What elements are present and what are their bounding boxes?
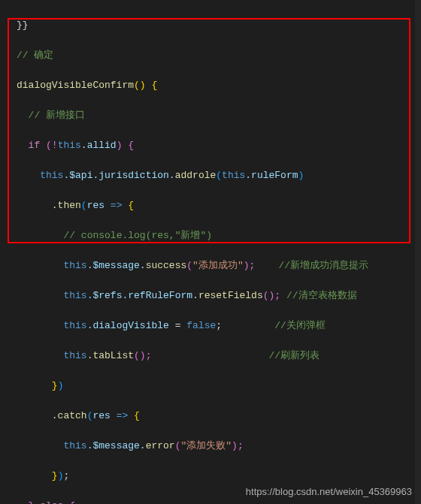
code-line: }}	[17, 18, 421, 33]
code-line: // 确定	[17, 48, 421, 63]
code-line: .catch(res => {	[17, 409, 421, 424]
code-line: dialogVisibleConfirm() {	[17, 78, 421, 93]
code-line: })	[17, 379, 421, 394]
code-line: } else {	[17, 499, 421, 504]
code-line: if (!this.allid) {	[17, 138, 421, 153]
code-line: // console.log(res,"新增")	[17, 228, 421, 243]
code-line: this.tabList(); //刷新列表	[17, 349, 421, 364]
code-line: this.$message.error("添加失败");	[17, 439, 421, 454]
code-line: this.$api.jurisdiction.addrole(this.rule…	[17, 168, 421, 183]
code-line: // 新增接口	[17, 108, 421, 123]
code-line: });	[17, 469, 421, 484]
code-line: this.dialogVisible = false; //关闭弹框	[17, 318, 421, 333]
minimap[interactable]	[415, 0, 421, 504]
code-line: .then(res => {	[17, 198, 421, 213]
code-editor[interactable]: }} // 确定 dialogVisibleConfirm() { // 新增接…	[0, 0, 421, 504]
code-line: this.$refs.refRuleForm.resetFields(); //…	[17, 288, 421, 303]
code-line: this.$message.success("添加成功"); //新增成功消息提…	[17, 258, 421, 273]
watermark: https://blog.csdn.net/weixin_45369963	[246, 484, 412, 499]
